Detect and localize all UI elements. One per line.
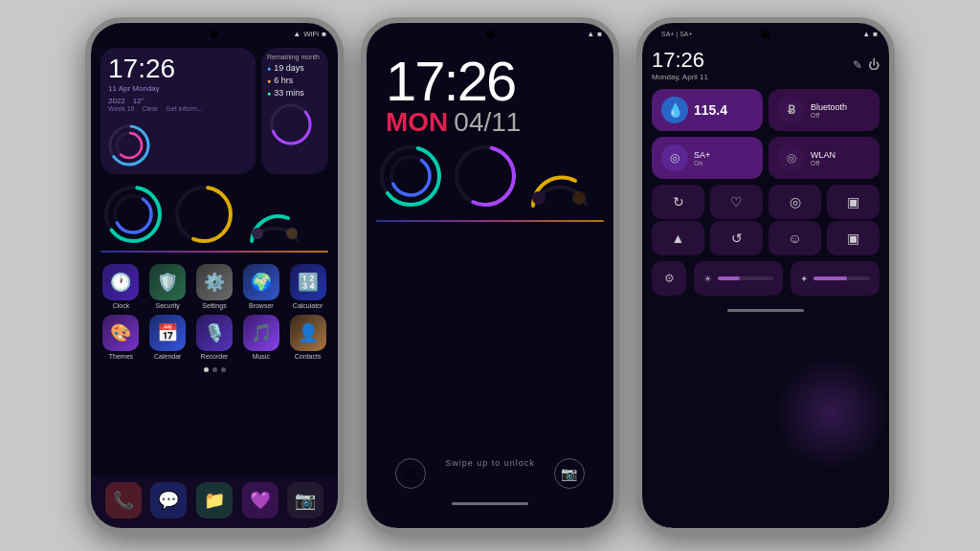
ctrl-btn-heart[interactable]: ♡ [710, 185, 763, 219]
dock-camera[interactable]: 📷 [287, 482, 323, 518]
tile-sa[interactable]: ◎ SA+ On [652, 137, 763, 179]
volume-fill [813, 276, 847, 280]
battery-icon: ■ [322, 30, 326, 38]
brightness-slider[interactable]: ☀ [694, 261, 783, 296]
front-camera-control [762, 31, 769, 38]
tile-data-text: 115.4 [694, 102, 753, 118]
app-browser-label: Browser [249, 302, 274, 309]
clock-time: 17:26 [108, 55, 248, 82]
control-tiles: 💧 115.4 Ƀ Bluetooth Off ◎ [642, 85, 889, 183]
svg-point-12 [286, 228, 298, 239]
app-clock-label: Clock [113, 302, 130, 309]
tile-sa-icon: ◎ [661, 144, 688, 171]
app-calculator-icon: 🔢 [290, 264, 326, 300]
app-settings-label: Settings [202, 302, 226, 309]
app-calculator-label: Calculator [293, 302, 323, 309]
tile-sa-name: SA+ [694, 150, 753, 160]
remaining-days-icon: ● [267, 65, 271, 72]
separator-line-lock [376, 220, 604, 222]
lock-camera-icon[interactable]: 📷 [554, 458, 585, 489]
dock-files[interactable]: 📁 [196, 482, 233, 518]
phone-control: SA+ | SA+ ▲ ■ 17:26 Monday, April 11 ✎ ⏻ [636, 17, 895, 534]
remaining-widget: Remaining month ● 19 days ● 6 hrs ● 33 m… [261, 48, 328, 174]
remaining-title: Remaining month [267, 54, 323, 60]
tile-wlan[interactable]: ◎ WLAN Off [768, 137, 880, 179]
signal-icon-ctrl: ▲ [862, 30, 870, 38]
lock-time-display: 17:26 [386, 54, 594, 109]
phone-frame-lock: ▲ ■ 17:26 MON 04/11 [361, 17, 619, 534]
tile-data-value: 115.4 [694, 102, 753, 118]
edit-icon[interactable]: ✎ [853, 58, 862, 72]
app-contacts[interactable]: 👤 Contacts [287, 315, 328, 360]
dock-phone[interactable]: 📞 [105, 482, 142, 518]
app-clock[interactable]: 🕐 Clock [100, 264, 142, 309]
app-security-icon: 🛡️ [149, 264, 186, 300]
tile-bluetooth-status: Off [811, 112, 870, 119]
lock-screen: ▲ ■ 17:26 MON 04/11 [367, 23, 613, 528]
lock-time-area: 17:26 MON 04/11 [367, 44, 613, 136]
dock-app4[interactable]: 💜 [242, 482, 278, 518]
app-browser[interactable]: 🌍 Browser [240, 264, 281, 309]
phone-frame-control: SA+ | SA+ ▲ ■ 17:26 Monday, April 11 ✎ ⏻ [636, 17, 895, 534]
half-gauge-svg [242, 205, 307, 243]
control-sliders: ⚙ ☀ ✦ [642, 257, 889, 299]
app-calendar[interactable]: 📅 Calendar [147, 315, 189, 360]
ctrl-btn-screen[interactable]: ◎ [768, 185, 821, 219]
home-indicator-control [727, 309, 804, 312]
settings-icon-btn[interactable]: ⚙ [652, 261, 686, 296]
power-icon[interactable]: ⏻ [868, 58, 880, 72]
clock-week: Week 16 [108, 105, 135, 112]
clock-info: Get inform... [166, 105, 203, 112]
ctrl-btn-refresh[interactable]: ↺ [710, 221, 763, 255]
wifi-icon: WiFi [303, 30, 319, 38]
app-contacts-label: Contacts [295, 353, 322, 360]
front-camera-lock [486, 31, 494, 38]
volume-slider[interactable]: ✦ [791, 261, 880, 296]
second-widget-row [91, 178, 338, 247]
clock-temp: 12° [133, 97, 145, 105]
dock-messages[interactable]: 💬 [150, 482, 187, 518]
volume-track [813, 276, 870, 280]
page-dot-1 [204, 367, 209, 372]
star-icon: ✦ [800, 274, 808, 284]
remaining-hours-icon: ● [267, 77, 271, 84]
lock-flashlight-icon[interactable]: ⊙ [395, 458, 426, 489]
app-recorder-icon: 🎙️ [196, 315, 233, 351]
ctrl-btn-grid[interactable]: ▣ [827, 185, 880, 219]
home-screen: ▲ WiFi ■ 17:26 11 Apr Monday 2022 12° We… [91, 23, 338, 528]
app-music-label: Music [253, 353, 270, 360]
app-recorder-label: Recorder [201, 353, 229, 360]
clock-date: 11 Apr Monday [108, 84, 248, 93]
clock-year: 2022 [108, 97, 125, 105]
app-grid-2: 🎨 Themes 📅 Calendar 🎙️ Recorder 🎵 Music … [91, 313, 338, 364]
tile-data[interactable]: 💧 115.4 [652, 89, 763, 131]
page-dots [91, 364, 338, 376]
lock-gauges-row [367, 136, 613, 216]
app-recorder[interactable]: 🎙️ Recorder [194, 315, 235, 360]
tile-bluetooth[interactable]: Ƀ Bluetooth Off [768, 89, 880, 131]
svg-point-20 [572, 191, 586, 205]
tile-bluetooth-name: Bluetooth [811, 102, 870, 112]
brightness-track [718, 276, 773, 280]
tile-wlan-icon: ◎ [778, 144, 805, 171]
app-contacts-icon: 👤 [290, 315, 326, 351]
ctrl-btn-box[interactable]: ▣ [827, 221, 880, 255]
ctrl-btn-rotate[interactable]: ↻ [652, 185, 704, 219]
clock-gauge-svg [106, 122, 152, 168]
app-security[interactable]: 🛡️ Security [147, 264, 189, 309]
app-themes[interactable]: 🎨 Themes [100, 315, 142, 360]
signal-icon: ▲ [293, 30, 301, 38]
tile-data-icon: 💧 [661, 97, 688, 123]
lock-bottom-icons: ⊙ Swipe up to unlock 📷 [367, 458, 613, 489]
ctrl-btn-send[interactable]: ▲ [652, 221, 704, 255]
status-icons-home: ▲ WiFi ■ [293, 30, 326, 38]
app-music[interactable]: 🎵 Music [240, 315, 281, 360]
lock-gauge-1-svg [376, 142, 445, 210]
lock-gauge-2-svg [451, 142, 520, 210]
app-settings[interactable]: ⚙️ Settings [194, 264, 235, 309]
control-screen: SA+ | SA+ ▲ ■ 17:26 Monday, April 11 ✎ ⏻ [642, 23, 889, 528]
app-calculator[interactable]: 🔢 Calculator [287, 264, 328, 309]
ctrl-btn-face[interactable]: ☺ [768, 221, 821, 255]
svg-point-21 [532, 191, 546, 205]
home-indicator-lock [452, 502, 528, 505]
